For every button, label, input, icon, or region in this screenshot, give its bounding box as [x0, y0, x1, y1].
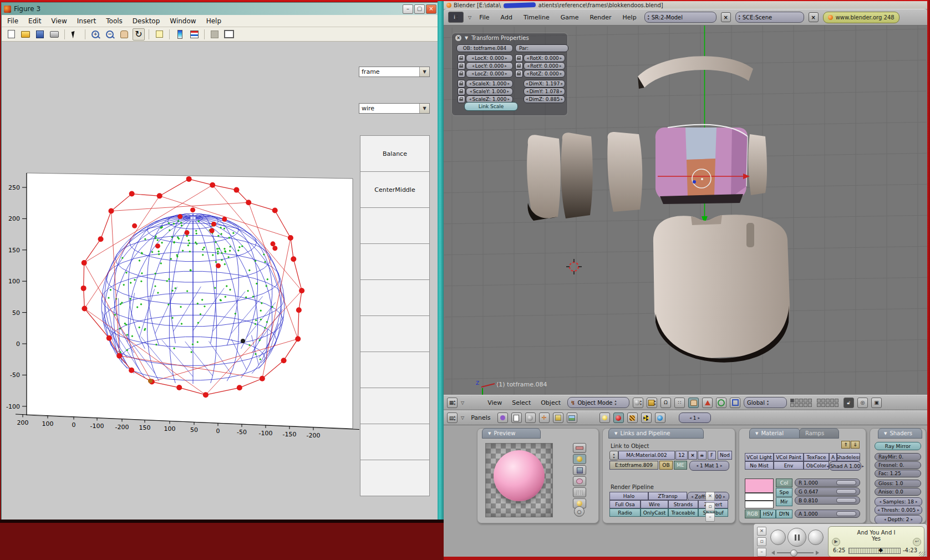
layer-buttons-2[interactable] [817, 399, 840, 407]
logic-buttons-icon[interactable] [497, 413, 508, 423]
minimize-button[interactable]: – [403, 4, 413, 14]
frame-dropdown[interactable]: frame ▼ [359, 67, 430, 77]
lock-icon[interactable] [458, 62, 465, 70]
scene-delete-button[interactable]: × [809, 12, 819, 22]
preview-sphere-icon[interactable] [573, 454, 586, 464]
lock-view-icon[interactable]: 🔓︎ [843, 398, 854, 408]
collapse-menus-icon[interactable]: ▽ [468, 15, 471, 20]
halo-toggle[interactable]: Halo [609, 492, 648, 500]
editor-type-icon[interactable]: ▤▴▾ [447, 413, 458, 423]
previous-track-button[interactable] [770, 530, 786, 545]
player-restore-icon[interactable]: ▫ [757, 537, 766, 546]
editor-type-button[interactable]: i ▴▾ [448, 12, 464, 23]
roty-field[interactable]: RotY: 0.000 [524, 62, 565, 70]
lock-icon[interactable] [458, 54, 465, 62]
empty-button[interactable] [360, 352, 430, 388]
fake-user-button[interactable]: F [708, 451, 716, 460]
pan-icon[interactable] [118, 28, 130, 40]
mini-minimize-icon[interactable]: – [705, 513, 715, 522]
blender-menu-help[interactable]: Help [619, 14, 640, 21]
ramps-panel-tab[interactable]: Ramps [799, 428, 839, 439]
new-figure-icon[interactable] [5, 28, 17, 40]
empty-button[interactable] [360, 280, 430, 316]
b-slider[interactable]: B 0.810 [795, 496, 860, 505]
panels-menu[interactable]: Panels [467, 414, 494, 421]
gloss-slider[interactable]: Gloss: 1.0 [875, 480, 921, 487]
rotate-3d-icon[interactable]: ↻ [133, 28, 145, 40]
open-file-icon[interactable] [19, 28, 32, 40]
empty-button[interactable] [360, 388, 430, 424]
pivot-icon[interactable]: ▴▾ [647, 398, 657, 408]
empty-button[interactable] [360, 316, 430, 352]
ray-mirror-toggle[interactable]: Ray Mirror [875, 442, 921, 450]
orientation-dropdown[interactable]: Global▴▾ [744, 397, 787, 408]
render-preview-icon[interactable]: ▣ [871, 398, 882, 408]
scalex-field[interactable]: ScaleX: 1.000 [466, 80, 513, 88]
script-buttons-icon[interactable] [511, 413, 522, 423]
transform-properties-panel[interactable]: × ▼ Transform Properties OB: totframe.08… [452, 33, 567, 115]
me-toggle[interactable]: ME [674, 461, 687, 470]
menu-tools[interactable]: Tools [106, 17, 123, 25]
alpha-toggle[interactable]: A [829, 453, 837, 461]
texture-buttons-icon[interactable] [627, 413, 638, 423]
mini-close-icon[interactable]: × [705, 492, 715, 501]
progress-bar[interactable]: ◆ [848, 548, 901, 554]
zoom-out-icon[interactable]: − [104, 28, 116, 40]
maximize-button[interactable]: ▢ [414, 4, 425, 14]
samples-field[interactable]: Samples: 18 [875, 497, 922, 506]
r-slider[interactable]: R 1.000 [795, 478, 860, 487]
lock-icon[interactable] [458, 88, 465, 95]
world-buttons-icon[interactable] [655, 413, 665, 423]
scale-widget-icon[interactable] [730, 398, 740, 408]
loop-icon[interactable]: ↩ [913, 538, 921, 546]
balance-button[interactable]: Balance [360, 135, 430, 172]
menu-file[interactable]: File [7, 17, 18, 25]
pointer-icon[interactable] [69, 28, 81, 40]
panel-collapse-icon[interactable]: ▼ [465, 35, 468, 40]
preview-plane-icon[interactable] [573, 443, 586, 453]
vp-menu-object[interactable]: Object [537, 399, 564, 406]
lock-icon[interactable] [515, 70, 523, 78]
center-middle-button[interactable]: CenterMiddle [360, 172, 430, 208]
collapse-icon[interactable]: ▼ [755, 431, 758, 436]
preview-panel-tab[interactable]: ▼ Preview [482, 428, 541, 439]
editing-buttons-icon[interactable] [553, 413, 563, 423]
empty-button[interactable] [360, 460, 430, 496]
pause-button[interactable] [787, 528, 806, 547]
locy-field[interactable]: LocY: 0.000 [466, 62, 513, 70]
print-icon[interactable] [48, 28, 60, 40]
g-slider[interactable]: G 0.647 [795, 487, 860, 496]
lamp-buttons-icon[interactable] [599, 413, 610, 423]
hand-widget-icon[interactable] [688, 398, 699, 408]
env-toggle[interactable]: Env [774, 461, 804, 470]
blender-menu-timeline[interactable]: Timeline [520, 14, 553, 21]
material-buttons-icon[interactable] [613, 413, 624, 423]
object-buttons-icon[interactable]: ✛ [539, 413, 550, 423]
save-icon[interactable] [34, 28, 46, 40]
plot-tools-off-icon[interactable] [209, 28, 221, 40]
no-mist-toggle[interactable]: No Mist [745, 461, 774, 470]
chevron-down-icon[interactable]: ▼ [419, 104, 429, 113]
close-button[interactable]: × [426, 4, 436, 14]
ob-name-field[interactable]: OB: totframe.084 [456, 44, 513, 52]
rotate-widget-icon[interactable] [716, 398, 726, 408]
snap-grid-icon[interactable]: ∷ [674, 398, 685, 408]
fac-slider[interactable]: Fac: 1.25 [875, 470, 921, 477]
draw-mode-icon[interactable]: ▴▾ [633, 398, 643, 408]
lock-icon[interactable] [458, 70, 465, 78]
col-button[interactable]: Col [776, 478, 792, 487]
panel-close-icon[interactable]: × [455, 35, 461, 41]
manipulator-icon[interactable]: Ω [660, 398, 671, 408]
menu-window[interactable]: Window [170, 17, 196, 25]
matlab-titlebar[interactable]: Figure 3 – ▢ × [2, 3, 438, 15]
raymir-slider[interactable]: RayMir: 0. [875, 453, 921, 461]
spe-button[interactable]: Spe [776, 488, 792, 497]
material-browse-icon[interactable]: ▴▾ [609, 451, 618, 460]
menu-insert[interactable]: Insert [77, 17, 96, 25]
shaders-panel-tab[interactable]: ▼ Shaders [878, 428, 922, 439]
radiosity-buttons-icon[interactable] [641, 413, 652, 423]
next-track-button[interactable] [808, 530, 824, 545]
mini-restore-icon[interactable]: ▫ [705, 502, 715, 511]
shading-buttons-icon[interactable] [525, 413, 536, 423]
translate-widget-icon[interactable] [702, 398, 713, 408]
